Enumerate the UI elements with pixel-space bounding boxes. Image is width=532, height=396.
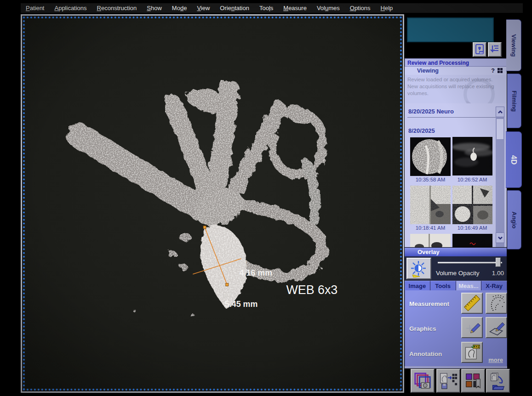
side-tab-angio-label: Angio	[511, 211, 518, 228]
measurement-d2-value: 5.45 mm	[225, 300, 257, 309]
thumbnail-2-time: 10:26:52 AM	[451, 177, 493, 182]
menu-reconstruction[interactable]: Reconstruction	[92, 5, 142, 11]
browser-scrollbar[interactable]	[496, 107, 504, 247]
head-xyz-icon: XYZ	[463, 343, 481, 362]
distance-measure-button[interactable]	[461, 293, 483, 314]
tab-image[interactable]: Image	[405, 281, 430, 290]
export-folder-icon	[488, 371, 508, 390]
measurement-d2-label[interactable]: d2	[224, 291, 233, 300]
series-date: 8/20/2025	[408, 127, 435, 134]
measurement-tool-panel: Measurement Graphics Annotation	[405, 290, 507, 366]
menu-mode[interactable]: Mode	[167, 5, 192, 11]
task-card-header: Review and Processing	[405, 58, 507, 67]
annotation-button[interactable]: XYZ	[461, 342, 483, 363]
menu-options[interactable]: Options	[345, 5, 376, 11]
scroll-down-button[interactable]	[496, 232, 504, 243]
measurement-handle-bottom[interactable]	[226, 283, 229, 286]
thumbnail-5-partial[interactable]	[410, 234, 451, 247]
side-tab-filming[interactable]: Filming	[507, 74, 521, 128]
menu-orientation[interactable]: Orientation	[215, 5, 254, 11]
study-divider	[407, 117, 496, 118]
tab-xray[interactable]: X-Ray	[481, 281, 507, 290]
measurement-d1-value: 4.16 mm	[240, 268, 272, 277]
monitor-bezel-left	[0, 0, 21, 396]
draw-polygon-button[interactable]	[486, 317, 507, 338]
save-snapshot-button[interactable]	[411, 369, 435, 393]
load-series-button[interactable]	[488, 42, 502, 57]
pencil-cross-icon	[463, 318, 481, 337]
overlay-section-bar[interactable]: Overlay	[405, 248, 507, 256]
thumbnail-3[interactable]	[410, 186, 451, 224]
measurement-handle-top[interactable]	[203, 226, 206, 229]
measurement-d1-label[interactable]: d1	[240, 259, 248, 268]
thumbnail-4[interactable]	[452, 186, 492, 224]
draw-marker-button[interactable]	[461, 317, 483, 338]
chevron-down-icon	[498, 236, 503, 240]
thumbnail-1[interactable]	[410, 137, 451, 176]
menu-view[interactable]: View	[192, 5, 215, 11]
thumbnail-1-time: 10:35:58 AM	[409, 177, 452, 182]
side-tab-viewing[interactable]: Viewing	[506, 19, 521, 71]
panel-bottom-strip	[405, 366, 507, 368]
menu-applications[interactable]: Applications	[49, 5, 92, 11]
menu-show[interactable]: Show	[142, 5, 167, 11]
load-list-icon	[489, 44, 500, 56]
tab-tools[interactable]: Tools	[430, 281, 456, 290]
device-annotation[interactable]: WEB 6x3	[286, 283, 338, 297]
scroll-up-button[interactable]	[496, 107, 504, 117]
export-to-folder-button[interactable]	[486, 369, 510, 393]
brightness-button[interactable]	[406, 258, 431, 279]
syngo-watermark	[463, 79, 495, 103]
thumbnail-2[interactable]	[452, 137, 492, 175]
thumbnail-3-time: 10:18:41 AM	[409, 225, 452, 231]
menu-tools[interactable]: Tools	[254, 5, 278, 11]
pencil-polygon-icon	[487, 318, 506, 337]
copy-to-filmsheet-button[interactable]	[436, 369, 460, 393]
menu-help[interactable]: Help	[376, 5, 398, 11]
task-card-title-row: Viewing ?	[405, 67, 507, 75]
svg-text:3D: 3D	[480, 51, 483, 54]
graphics-row-label: Graphics	[409, 325, 436, 332]
opacity-slider-track[interactable]	[438, 262, 502, 264]
point-measure-button[interactable]	[486, 293, 507, 314]
side-tab-4d[interactable]: 4D	[506, 131, 522, 188]
scrollbar-thumb[interactable]	[496, 119, 504, 140]
task-card-description: Review loaded or acquired volumes. New a…	[405, 75, 507, 103]
layout-button[interactable]	[461, 369, 485, 393]
chevron-up-icon	[498, 110, 503, 114]
monitor-bezel-right	[523, 0, 532, 396]
tab-measurement[interactable]: Meas...	[456, 281, 482, 290]
side-tab-viewing-label: Viewing	[510, 34, 517, 57]
ruler-icon	[463, 294, 481, 312]
copy-to-film-icon	[439, 371, 458, 390]
side-tab-4d-label: 4D	[509, 155, 518, 164]
opacity-value: 1.00	[492, 270, 504, 277]
opacity-slider-handle[interactable]	[496, 258, 501, 267]
patient-info-redacted	[407, 17, 494, 42]
study-header[interactable]: 8/20/2025 Neuro	[408, 108, 454, 115]
menu-volumes[interactable]: Volumes	[312, 5, 345, 11]
volume-rendering-view[interactable]: d1 4.16 mm d2 5.45 mm WEB 6x3	[25, 18, 400, 389]
save-snapshot-icon	[413, 371, 432, 390]
monitor-bezel-top	[0, 0, 532, 3]
annotation-row-label: Annotation	[409, 351, 442, 357]
thumbnail-6-partial[interactable]	[452, 234, 492, 247]
menu-patient[interactable]: Patient	[21, 5, 49, 11]
series-browser: 8/20/2025 Neuro 8/20/2025	[405, 103, 507, 247]
3d-volume-icon: 3D	[474, 44, 485, 56]
opacity-section: Volume Opacity 1.00	[405, 256, 507, 281]
layout-grid-icon[interactable]	[498, 68, 503, 74]
menu-measure[interactable]: Measure	[278, 5, 312, 11]
more-tools-link[interactable]: more	[488, 356, 503, 363]
side-tab-filming-label: Filming	[511, 90, 518, 111]
thumbnail-4-time: 10:16:49 AM	[451, 225, 493, 231]
opacity-label: Volume Opacity	[436, 270, 480, 277]
side-tab-angio[interactable]: Angio	[507, 190, 521, 249]
tool-tab-bar: Image Tools Meas... X-Ray	[405, 281, 507, 290]
brightness-sun-icon	[410, 260, 428, 277]
viewport-selection-border[interactable]: d1 4.16 mm d2 5.45 mm WEB 6x3	[23, 17, 402, 390]
layout-tiles-icon	[463, 371, 483, 390]
task-card-title: Viewing	[417, 68, 439, 74]
show-3d-volume-button[interactable]: 3D	[473, 42, 486, 57]
help-icon[interactable]: ?	[491, 67, 495, 75]
